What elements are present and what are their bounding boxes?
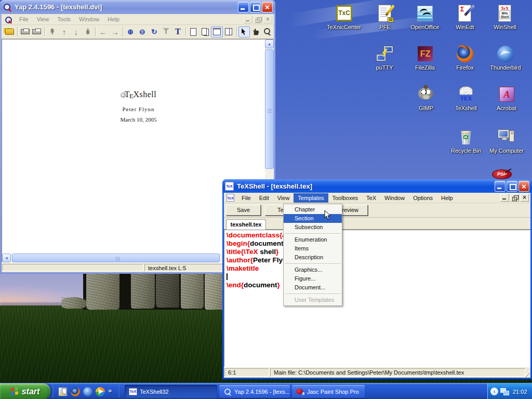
minimize-button[interactable] <box>238 2 249 12</box>
tray-collapse-chevron[interactable]: ‹ <box>490 388 498 395</box>
zoom-in-icon[interactable]: ⊕ <box>125 26 137 37</box>
desktop-icon-openoffice[interactable]: OpenOffice <box>402 4 448 31</box>
desktop-icon-label: TeXnicCenter <box>321 24 367 31</box>
open-icon[interactable] <box>4 26 16 37</box>
recycle-icon <box>457 128 475 147</box>
mdi-restore-button[interactable] <box>510 194 519 202</box>
ruler-icon[interactable]: T <box>160 26 172 37</box>
desktop-icon-winshell[interactable]: WinShell <box>482 4 528 31</box>
desktop-icon-texniccenter[interactable]: TeXnicCenter <box>321 4 367 31</box>
start-button[interactable]: start <box>0 383 50 399</box>
maximize-button[interactable] <box>507 181 517 192</box>
menu-item-figure[interactable]: Figure... <box>284 274 342 283</box>
menu-item-section[interactable]: Section <box>284 214 342 223</box>
texshell-titlebar[interactable]: TeXShell - [texshell.tex] <box>222 179 532 193</box>
desktop-icon-filezilla[interactable]: FileZilla <box>402 45 448 71</box>
menu-item-chapter[interactable]: Chapter <box>284 205 342 214</box>
save-button[interactable]: Save <box>226 205 261 216</box>
menu-toolboxes[interactable]: Toolboxes <box>328 193 363 203</box>
minimize-button[interactable] <box>495 181 506 192</box>
templates-dropdown-menu: ChapterSectionSubsectionEnumerationItems… <box>283 204 342 306</box>
menu-item-document[interactable]: Document... <box>284 283 342 292</box>
menu-options[interactable]: Options <box>409 193 437 203</box>
mdi-restore-button[interactable] <box>254 16 262 23</box>
fit-width-icon[interactable] <box>211 26 223 37</box>
select-tool-icon[interactable] <box>238 26 250 37</box>
desktop-icon-my-computer[interactable]: My Computer <box>484 128 529 154</box>
pan-tool-icon[interactable] <box>250 26 262 37</box>
menu-item-enumeration[interactable]: Enumeration <box>284 235 342 244</box>
fit-page-icon[interactable] <box>223 26 235 37</box>
menu-templates[interactable]: Templates <box>294 193 328 203</box>
thunderbird-icon[interactable] <box>83 387 92 396</box>
quick-launch-overflow-chevron[interactable]: » <box>108 387 112 394</box>
menu-item-graphics[interactable]: Graphics... <box>284 265 342 274</box>
task-button-texshell32[interactable]: TeXShell32 <box>125 385 217 398</box>
prev-page-icon[interactable]: ↑ <box>58 26 70 37</box>
menu-file[interactable]: File <box>237 193 255 203</box>
desktop-icon-acrobat[interactable]: Acrobat <box>484 85 529 112</box>
texshell-icon <box>457 85 475 104</box>
last-page-icon[interactable]: ↡ <box>82 26 94 37</box>
first-page-icon[interactable]: ↟ <box>46 26 58 37</box>
view-facing-pages-icon[interactable] <box>199 26 211 37</box>
print-setup-icon[interactable] <box>31 26 43 37</box>
next-page-icon[interactable]: ↓ <box>70 26 82 37</box>
task-button-jasc-paint-shop-pro[interactable]: Jasc Paint Shop Pro <box>292 385 365 398</box>
media-player-icon[interactable] <box>96 387 105 396</box>
forward-icon[interactable]: → <box>109 26 121 37</box>
view-single-page-icon[interactable] <box>188 26 200 37</box>
close-button[interactable] <box>518 181 529 192</box>
menu-help[interactable]: Help <box>103 15 124 24</box>
firefox-icon[interactable] <box>71 387 80 396</box>
network-tray-icon[interactable] <box>500 388 510 395</box>
horizontal-scroll-thumb[interactable] <box>12 254 220 262</box>
scroll-left-button[interactable]: ◄ <box>2 254 11 262</box>
texshell-editor[interactable]: \documentclass{art\begin{document}\title… <box>224 230 530 367</box>
menu-item-description[interactable]: Description <box>284 253 342 262</box>
magnifier-tool-icon[interactable] <box>262 26 274 37</box>
print-icon[interactable] <box>19 26 31 37</box>
back-icon[interactable]: ← <box>97 26 109 37</box>
menu-help[interactable]: Help <box>437 193 457 203</box>
mdi-close-button[interactable] <box>263 16 272 23</box>
menu-tex[interactable]: TeX <box>362 193 380 203</box>
desktop-icon-thunderbird[interactable]: Thunderbird <box>483 45 528 71</box>
menu-edit[interactable]: Edit <box>255 193 273 203</box>
task-button-yap-2-4-1596-texs[interactable]: Yap 2.4.1596 - [texs... <box>219 385 290 398</box>
texshell-app-icon <box>225 182 234 191</box>
tab-texshell-tex[interactable]: texshell.tex <box>226 219 266 230</box>
mdi-min-button[interactable] <box>500 194 509 202</box>
yap-window-title: Yap 2.4.1596 - [texshell.dvi] <box>15 3 238 11</box>
menu-view[interactable]: View <box>273 193 294 203</box>
maximize-button[interactable] <box>250 2 261 12</box>
desktop-icon-putty[interactable]: puTTY <box>362 45 407 71</box>
menu-item-items[interactable]: Items <box>284 244 342 253</box>
desktop-icon-gimp[interactable]: GIMP <box>403 85 449 112</box>
menu-view[interactable]: View <box>33 15 54 24</box>
mdi-close-button[interactable] <box>520 194 529 202</box>
yap-titlebar[interactable]: Yap 2.4.1596 - [texshell.dvi] <box>0 0 275 14</box>
taskbar: start » TeXShell32Yap 2.4.1596 - [texs..… <box>0 383 532 399</box>
menu-window[interactable]: Window <box>75 15 103 24</box>
desktop-icon-texshell[interactable]: TeXshell <box>443 85 489 112</box>
desktop-icon-label: Firefox <box>442 64 488 71</box>
vertical-scroll-thumb[interactable] <box>265 49 274 169</box>
menu-file[interactable]: File <box>15 15 33 24</box>
refresh-icon[interactable]: ↻ <box>148 26 160 37</box>
menu-window[interactable]: Window <box>380 193 409 203</box>
desktop-icon-recycle-bin[interactable]: Recycle Bin <box>443 128 489 154</box>
scroll-up-button[interactable]: ▲ <box>265 39 274 48</box>
close-button[interactable] <box>262 2 273 12</box>
menu-tools[interactable]: Tools <box>53 15 75 24</box>
desktop-icon-winedt[interactable]: WinEdt <box>442 4 488 31</box>
menu-item-subsection[interactable]: Subsection <box>284 223 342 232</box>
desktop-icon-pfe[interactable]: PFE <box>362 4 408 31</box>
zoom-out-icon[interactable]: ⊖ <box>137 26 149 37</box>
desktop-icon-firefox[interactable]: Firefox <box>442 45 488 71</box>
mycomputer-icon <box>497 128 516 147</box>
toolbar-separator <box>123 27 123 36</box>
text-mode-icon[interactable]: T <box>172 26 184 37</box>
mdi-min-button[interactable] <box>244 16 252 23</box>
show-desktop-icon[interactable] <box>58 387 68 396</box>
